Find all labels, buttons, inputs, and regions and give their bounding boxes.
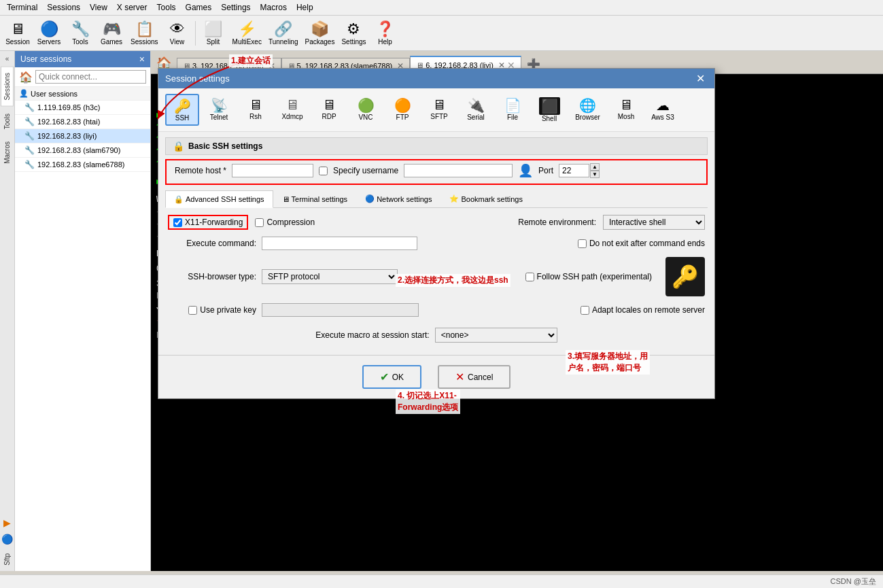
proto-serial-btn[interactable]: 🔌 Serial <box>459 94 493 126</box>
session-item-label: 192.168.2.83 (htai) <box>37 118 100 126</box>
quick-connect-input[interactable] <box>35 70 146 84</box>
remote-host-input[interactable] <box>232 164 313 177</box>
proto-vnc-btn[interactable]: 🟢 VNC <box>349 94 383 126</box>
list-item[interactable]: 🔧 192.168.2.83 (slam6790) <box>15 143 150 158</box>
help-icon: ❓ <box>376 20 394 38</box>
sidebar-tab-tools[interactable]: Tools <box>1 108 13 135</box>
toolbar-session-btn[interactable]: 🖥 Session <box>3 19 33 47</box>
proto-sftp-btn[interactable]: 🖥 SFTP <box>422 94 456 126</box>
tab-advanced[interactable]: 🔒 Advanced SSH settings <box>165 190 273 208</box>
compression-checkbox[interactable] <box>255 218 264 227</box>
sidebar-tab-sessions[interactable]: Sessions <box>1 67 14 107</box>
port-input[interactable] <box>559 164 589 177</box>
bookmark-icon: ⭐ <box>449 194 459 203</box>
toolbar-settings-btn[interactable]: ⚙ Settings <box>339 19 368 47</box>
proto-ftp-btn[interactable]: 🟠 FTP <box>385 94 419 126</box>
advanced-label: Advanced SSH settings <box>186 195 264 203</box>
menu-macros[interactable]: Macros <box>256 1 291 14</box>
toolbar-tools-btn[interactable]: 🔧 Tools <box>65 19 95 47</box>
x11-checkbox-label[interactable]: X11-Forwarding <box>168 215 248 230</box>
dialog-close-btn[interactable]: ✕ <box>693 72 708 85</box>
toolbar-split-btn[interactable]: ⬜ Split <box>198 19 228 47</box>
ok-button[interactable]: ✔ OK <box>362 365 421 389</box>
menu-settings[interactable]: Settings <box>217 1 254 14</box>
tab-network[interactable]: 🔵 Network settings <box>356 190 440 207</box>
awss3-icon: ☁ <box>656 97 670 114</box>
proto-ssh-btn[interactable]: 🔑 SSH <box>165 94 199 126</box>
basic-section-text: Basic SSH settings <box>188 141 262 151</box>
ssh-browser-select[interactable]: SFTP protocol SCP protocol None <box>262 269 398 284</box>
session-item-icon: 🔧 <box>24 117 35 126</box>
sessions-panel-title: User sessions <box>20 54 71 64</box>
specify-username-checkbox[interactable] <box>319 167 328 175</box>
adapt-locales-text: Adapt locales on remote server <box>592 305 705 315</box>
port-up-btn[interactable]: ▲ <box>590 163 600 171</box>
menu-view[interactable]: View <box>86 1 111 14</box>
toolbar-multiexec-btn[interactable]: ⚡ MultiExec <box>230 19 264 47</box>
quick-connect-container: 🏠 <box>15 67 150 87</box>
sftp-label: SFTP <box>430 113 448 120</box>
sftp-icon-1[interactable]: ▶ <box>1 515 13 530</box>
dialog-title: Session settings <box>165 73 230 84</box>
menu-xserver[interactable]: X server <box>113 1 152 14</box>
menu-sessions[interactable]: Sessions <box>43 1 84 14</box>
proto-awss3-btn[interactable]: ☁ Aws S3 <box>646 94 680 126</box>
compression-checkbox-label[interactable]: Compression <box>255 218 315 227</box>
menu-games[interactable]: Games <box>181 1 216 14</box>
menu-tools[interactable]: Tools <box>153 1 180 14</box>
session-group-user[interactable]: 👤 User sessions <box>15 87 150 101</box>
remote-env-select[interactable]: Interactive shell Bash Zsh <box>603 215 705 230</box>
connection-form-row: Remote host * Specify username 👤 Port ▲ … <box>165 159 708 185</box>
list-item[interactable]: 🔧 192.168.2.83 (htai) <box>15 115 150 129</box>
toolbar-packages-btn[interactable]: 📦 Packages <box>302 19 338 47</box>
sidebar-tab-macros[interactable]: Macros <box>1 136 13 169</box>
file-label: File <box>507 114 518 121</box>
list-item[interactable]: 🔧 1.119.169.85 (h3c) <box>15 101 150 115</box>
cancel-label: Cancel <box>468 373 493 382</box>
toolbar-tunneling-btn[interactable]: 🔗 Tunneling <box>266 19 301 47</box>
tab-terminal[interactable]: 🖥 Terminal settings <box>273 190 357 207</box>
execute-cmd-input[interactable] <box>262 237 417 250</box>
sessions-icon: 📋 <box>135 20 154 38</box>
adapt-locales-checkbox[interactable] <box>581 306 589 315</box>
toolbar-view-btn[interactable]: 👁 View <box>162 19 192 47</box>
toolbar-games-btn[interactable]: 🎮 Games <box>97 19 126 47</box>
proto-file-btn[interactable]: 📄 File <box>496 94 530 126</box>
proto-rsh-btn[interactable]: 🖥 Rsh <box>239 94 273 126</box>
proto-telnet-btn[interactable]: 📡 Telnet <box>202 94 236 126</box>
sftp-icon-2[interactable]: 🔵 <box>0 532 15 547</box>
dialog-titlebar: Session settings ✕ <box>158 69 714 88</box>
macro-select[interactable]: <none> <box>435 328 557 343</box>
proto-shell-btn[interactable]: ⬛ Shell <box>532 94 566 126</box>
private-key-input[interactable] <box>262 303 419 317</box>
proto-rdp-btn[interactable]: 🖥 RDP <box>312 94 346 126</box>
cancel-button[interactable]: ✕ Cancel <box>438 365 510 389</box>
proto-mosh-btn[interactable]: 🖥 Mosh <box>609 94 643 126</box>
toolbar-help-btn[interactable]: ❓ Help <box>370 19 400 47</box>
menu-help[interactable]: Help <box>292 1 317 14</box>
x11-forwarding-checkbox[interactable] <box>173 218 182 227</box>
session-item-icon: 🔧 <box>24 103 35 112</box>
private-key-checkbox[interactable] <box>188 306 197 315</box>
follow-ssh-checkbox[interactable] <box>525 273 534 281</box>
sidebar-collapse-btn[interactable]: « <box>4 52 11 65</box>
username-input[interactable] <box>404 164 513 177</box>
toolbar-servers-btn[interactable]: 🔵 Servers <box>34 19 64 47</box>
list-item[interactable]: 🔧 192.168.2.83 (slame6788) <box>15 158 150 172</box>
list-item[interactable]: 🔧 192.168.2.83 (liyi) <box>15 129 150 143</box>
do-not-exit-label[interactable]: Do not exit after command ends <box>578 239 705 248</box>
rdp-label: RDP <box>322 113 336 120</box>
toolbar-sessions-btn[interactable]: 📋 Sessions <box>128 19 161 47</box>
sftp-tab[interactable]: Sftp <box>1 548 13 571</box>
menu-terminal[interactable]: Terminal <box>3 1 41 14</box>
proto-xdmcp-btn[interactable]: 🖥 Xdmcp <box>275 94 309 126</box>
adapt-locales-label[interactable]: Adapt locales on remote server <box>581 305 705 315</box>
sessions-panel: User sessions × 🏠 👤 User sessions 🔧 1.11… <box>15 51 151 571</box>
follow-ssh-label[interactable]: Follow SSH path (experimental) <box>525 272 652 281</box>
port-down-btn[interactable]: ▼ <box>590 171 600 178</box>
sessions-panel-collapse[interactable]: × <box>139 54 145 65</box>
proto-browser-btn[interactable]: 🌐 Browser <box>569 94 606 126</box>
tab-bookmark[interactable]: ⭐ Bookmark settings <box>440 190 531 207</box>
private-key-checkbox-label[interactable]: Use private key <box>168 305 256 315</box>
do-not-exit-checkbox[interactable] <box>578 239 587 248</box>
